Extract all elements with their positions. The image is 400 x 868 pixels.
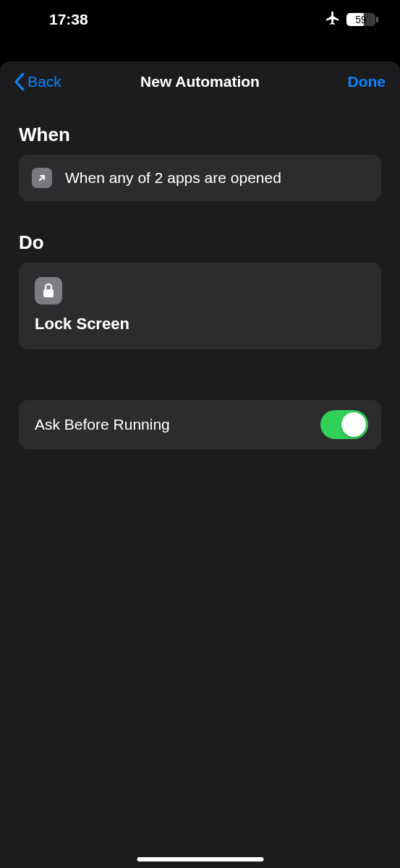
do-action-card[interactable]: Lock Screen <box>19 263 381 349</box>
lock-icon <box>35 277 62 305</box>
nav-bar: Back New Automation Done <box>0 61 400 102</box>
when-heading: When <box>19 124 381 146</box>
ask-before-running-row: Ask Before Running <box>19 400 381 449</box>
do-action-text: Lock Screen <box>35 315 365 333</box>
status-time: 17:38 <box>49 11 88 28</box>
home-indicator[interactable] <box>137 857 263 861</box>
status-right: 59 <box>325 10 375 30</box>
airplane-mode-icon <box>325 10 341 30</box>
back-button[interactable]: Back <box>14 73 61 90</box>
modal-sheet: Back New Automation Done When When any o… <box>0 61 400 868</box>
battery-percent: 59 <box>346 13 375 26</box>
battery-indicator: 59 <box>346 13 375 26</box>
when-condition-card[interactable]: When any of 2 apps are opened <box>19 155 381 201</box>
ask-before-running-toggle[interactable] <box>320 410 368 439</box>
when-condition-text: When any of 2 apps are opened <box>65 169 281 187</box>
chevron-left-icon <box>14 73 25 90</box>
do-heading: Do <box>19 231 381 254</box>
app-open-icon <box>32 168 52 188</box>
status-bar: 17:38 59 <box>0 0 400 39</box>
done-button[interactable]: Done <box>348 73 386 90</box>
svg-rect-0 <box>43 289 54 297</box>
ask-before-running-label: Ask Before Running <box>35 416 170 433</box>
back-label: Back <box>27 73 61 90</box>
